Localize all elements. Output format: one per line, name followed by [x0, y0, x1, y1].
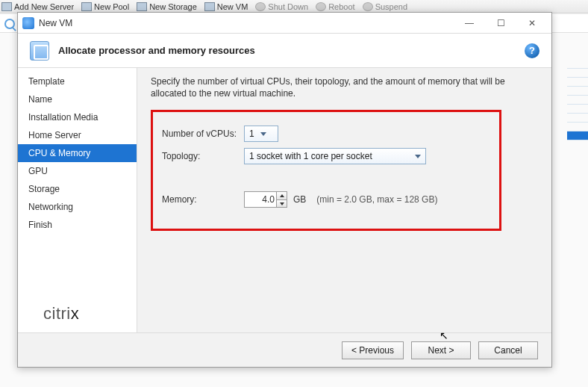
step-storage[interactable]: Storage	[18, 180, 137, 198]
toolbar-new-vm[interactable]: New VM	[204, 2, 248, 11]
step-home-server[interactable]: Home Server	[18, 126, 137, 144]
vcpus-dropdown[interactable]: 1	[244, 126, 278, 142]
description-text: Specify the number of virtual CPUs, thei…	[151, 75, 538, 99]
cursor-icon: ↖	[440, 329, 448, 341]
header-icon	[30, 41, 49, 61]
chevron-down-icon	[415, 155, 421, 158]
highlight-box: Number of vCPUs: 1 Topology: 1 socket wi…	[151, 110, 501, 231]
previous-button[interactable]: < Previous	[342, 341, 404, 359]
spinner-down[interactable]	[277, 200, 287, 208]
toolbar-reboot[interactable]: Reboot	[316, 2, 354, 11]
brand-logo: citrix	[43, 304, 79, 323]
toolbar-shut-down[interactable]: Shut Down	[255, 2, 308, 11]
step-cpu-memory[interactable]: CPU & Memory	[18, 144, 137, 162]
step-networking[interactable]: Networking	[18, 198, 137, 216]
memory-input[interactable]: 4.0	[244, 191, 277, 208]
topology-label: Topology:	[162, 151, 244, 161]
memory-spinner[interactable]	[277, 191, 287, 208]
spinner-up[interactable]	[277, 192, 287, 200]
step-finish[interactable]: Finish	[18, 216, 137, 234]
toolbar-add-server[interactable]: Add New Server	[1, 2, 74, 11]
step-installation-media[interactable]: Installation Media	[18, 108, 137, 126]
topology-value: 1 socket with 1 core per socket	[249, 151, 409, 161]
maximize-button[interactable]: ☐	[486, 15, 516, 31]
cancel-button[interactable]: Cancel	[478, 341, 538, 359]
vcpus-label: Number of vCPUs:	[162, 129, 244, 139]
close-button[interactable]: ✕	[517, 15, 547, 31]
vcpus-value: 1	[249, 129, 254, 139]
wizard-content: Specify the number of virtual CPUs, thei…	[137, 68, 551, 332]
memory-unit: GB	[293, 194, 306, 205]
step-name[interactable]: Name	[18, 90, 137, 108]
toolbar-new-pool[interactable]: New Pool	[81, 2, 129, 11]
help-icon[interactable]: ?	[525, 43, 539, 58]
titlebar[interactable]: New VM — ☐ ✕	[18, 13, 551, 34]
memory-label: Memory:	[162, 194, 244, 205]
search-icon[interactable]	[4, 19, 15, 29]
step-template[interactable]: Template	[18, 72, 137, 90]
wizard-footer: < Previous Next > Cancel	[18, 332, 551, 367]
side-list-peek	[567, 60, 588, 157]
window-title: New VM	[39, 18, 454, 28]
topology-dropdown[interactable]: 1 socket with 1 core per socket	[244, 148, 426, 164]
step-gpu[interactable]: GPU	[18, 162, 137, 180]
app-icon	[22, 17, 34, 29]
minimize-button[interactable]: —	[454, 15, 484, 31]
new-vm-dialog: New VM — ☐ ✕ Allocate processor and memo…	[17, 12, 552, 368]
chevron-down-icon	[260, 132, 266, 136]
header-title: Allocate processor and memory resources	[58, 45, 255, 56]
next-button[interactable]: Next >	[411, 341, 471, 359]
toolbar-suspend[interactable]: Suspend	[363, 2, 407, 11]
wizard-header: Allocate processor and memory resources …	[18, 34, 551, 68]
toolbar-new-storage[interactable]: New Storage	[137, 2, 197, 11]
memory-hint: (min = 2.0 GB, max = 128 GB)	[316, 194, 437, 205]
wizard-steps: Template Name Installation Media Home Se…	[18, 68, 137, 332]
